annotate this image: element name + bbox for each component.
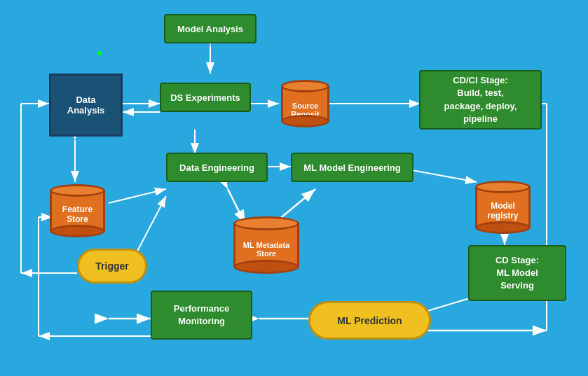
model-registry-cylinder: Model registry bbox=[473, 174, 533, 240]
svg-line-11 bbox=[109, 189, 166, 203]
source-repo-cylinder: Source Reposit bbox=[279, 74, 331, 133]
ds-experiments-box: DS Experiments bbox=[160, 83, 251, 112]
ml-metadata-store-cylinder: ML Metadata Store bbox=[231, 210, 301, 280]
cd-stage-box: CD Stage: ML Model Serving bbox=[468, 245, 566, 301]
diagram-container: Model Analysis Data Analysis DS Experime… bbox=[0, 0, 588, 376]
model-analysis-box: Model Analysis bbox=[164, 14, 257, 43]
svg-line-15 bbox=[133, 196, 166, 259]
cdci-stage-box: CD/CI Stage: Build, test, package, deplo… bbox=[419, 70, 542, 130]
green-dot bbox=[97, 51, 102, 55]
feature-store-cylinder: Feature Store bbox=[48, 177, 107, 244]
data-engineering-box: Data Engineering bbox=[166, 153, 268, 182]
data-analysis-box: Data Analysis bbox=[49, 74, 123, 137]
trigger-oval: Trigger bbox=[77, 249, 147, 284]
performance-monitoring-box: Performance Monitoring bbox=[151, 291, 252, 340]
ml-model-engineering-box: ML Model Engineering bbox=[291, 153, 413, 182]
ml-prediction-oval: ML Prediction bbox=[308, 301, 431, 340]
